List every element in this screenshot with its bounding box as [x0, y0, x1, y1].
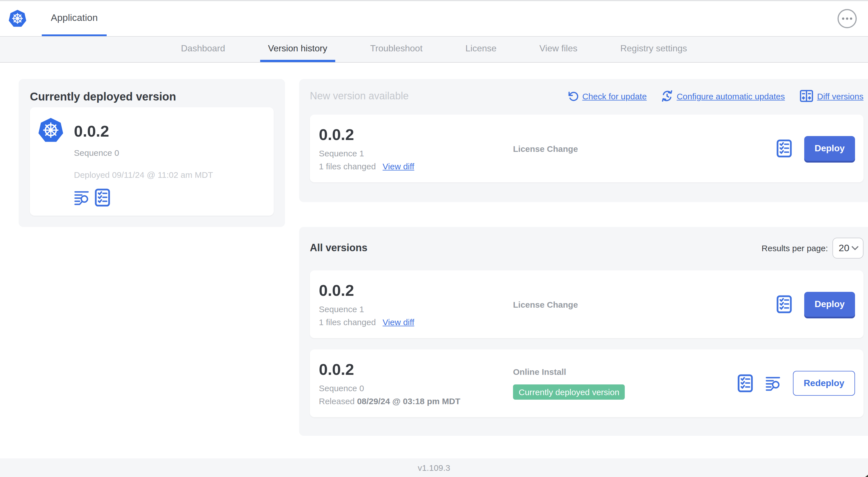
- auto-update-icon: [661, 90, 673, 101]
- results-per-page-select[interactable]: 20: [832, 238, 864, 259]
- page: Application Dashboard Version history Tr…: [0, 0, 868, 477]
- view-logs-icon[interactable]: [74, 190, 89, 205]
- app-tab-label: Application: [51, 12, 98, 23]
- preflight-checks-icon[interactable]: [95, 188, 110, 207]
- deploy-button[interactable]: Deploy: [804, 292, 855, 317]
- kubernetes-logo-icon: [37, 116, 64, 145]
- tab-view-files[interactable]: View files: [532, 37, 586, 62]
- kubernetes-logo-icon: [8, 8, 27, 29]
- preflight-checks-icon[interactable]: [777, 140, 792, 157]
- preflight-checks-icon[interactable]: [738, 374, 753, 392]
- app-header: Application: [0, 1, 868, 36]
- tab-license[interactable]: License: [458, 37, 504, 62]
- files-changed-text: 1 files changed: [319, 317, 376, 327]
- nav-tabs: Dashboard Version history Troubleshoot L…: [0, 36, 868, 63]
- version-number: 0.0.2: [319, 282, 513, 299]
- version-source: License Change: [513, 144, 777, 153]
- deployed-version-number: 0.0.2: [74, 123, 213, 140]
- all-versions-section: All versions Results per page: 20 0.0.2 …: [299, 227, 868, 436]
- console-version: v1.109.3: [417, 463, 450, 473]
- new-version-header: New version available Check for update C…: [299, 79, 868, 102]
- deployed-sequence: Sequence 0: [74, 148, 213, 157]
- view-diff-link[interactable]: View diff: [383, 317, 414, 327]
- new-version-available-section: New version available Check for update C…: [299, 79, 868, 202]
- version-row: 0.0.2 Sequence 1 1 files changed View di…: [310, 270, 864, 338]
- row-actions: Redeploy: [738, 371, 864, 396]
- more-menu-button[interactable]: [838, 9, 857, 28]
- cursor-artifact: [865, 475, 868, 477]
- files-changed-line: 1 files changed View diff: [319, 161, 513, 171]
- version-info: 0.0.2 Sequence 1 1 files changed View di…: [319, 126, 513, 171]
- deployed-actions: [74, 188, 213, 207]
- tab-registry-settings[interactable]: Registry settings: [612, 37, 695, 62]
- new-version-actions: Check for update Configure automatic upd…: [567, 90, 864, 102]
- source-label: License Change: [513, 144, 777, 153]
- app-footer: v1.109.3: [0, 458, 868, 477]
- configure-automatic-updates-link[interactable]: Configure automatic updates: [661, 90, 785, 101]
- currently-deployed-version-card: 0.0.2 Sequence 0 Deployed 09/11/24 @ 11:…: [30, 107, 274, 216]
- app-logo-wrap: [0, 1, 27, 36]
- check-for-update-link[interactable]: Check for update: [567, 91, 647, 101]
- results-per-page: Results per page: 20: [762, 238, 864, 259]
- view-logs-icon[interactable]: [765, 376, 780, 391]
- deployed-timestamp: Deployed 09/11/24 @ 11:02 am MDT: [74, 170, 213, 180]
- files-changed-line: 1 files changed View diff: [319, 317, 513, 327]
- tab-dashboard[interactable]: Dashboard: [173, 37, 233, 62]
- version-source: License Change: [513, 299, 777, 309]
- source-label: Online Install: [513, 367, 738, 377]
- chevron-down-icon: [851, 246, 859, 250]
- row-actions: Deploy: [777, 136, 864, 161]
- version-number: 0.0.2: [319, 361, 513, 378]
- diff-icon: [799, 90, 813, 102]
- currently-deployed-card: Currently deployed version 0.0.2 Sequenc…: [19, 79, 285, 227]
- ellipsis-icon: [842, 18, 844, 20]
- version-sequence: Sequence 0: [319, 383, 513, 393]
- version-sequence: Sequence 1: [319, 304, 513, 314]
- new-version-title: New version available: [310, 90, 409, 102]
- version-sequence: Sequence 1: [319, 148, 513, 158]
- version-number: 0.0.2: [319, 126, 513, 143]
- tab-troubleshoot[interactable]: Troubleshoot: [362, 37, 431, 62]
- released-timestamp: Released 08/29/24 @ 03:18 pm MDT: [319, 396, 513, 406]
- results-per-page-label: Results per page:: [762, 243, 828, 253]
- deploy-button[interactable]: Deploy: [804, 136, 855, 161]
- version-row: 0.0.2 Sequence 0 Released 08/29/24 @ 03:…: [310, 350, 864, 417]
- app-tab[interactable]: Application: [42, 1, 107, 36]
- diff-versions-link[interactable]: Diff versions: [799, 90, 864, 102]
- new-version-row: 0.0.2 Sequence 1 1 files changed View di…: [310, 115, 864, 182]
- source-label: License Change: [513, 299, 777, 309]
- currently-deployed-badge: Currently deployed version: [513, 384, 625, 400]
- refresh-icon: [567, 91, 578, 101]
- deployed-version-info: 0.0.2 Sequence 0 Deployed 09/11/24 @ 11:…: [74, 116, 213, 216]
- row-actions: Deploy: [777, 292, 864, 317]
- version-info: 0.0.2 Sequence 0 Released 08/29/24 @ 03:…: [319, 361, 513, 406]
- version-source: Online Install Currently deployed versio…: [513, 367, 738, 400]
- currently-deployed-title: Currently deployed version: [19, 79, 285, 103]
- all-versions-header: All versions Results per page: 20: [299, 227, 868, 259]
- redeploy-button[interactable]: Redeploy: [793, 371, 855, 396]
- files-changed-text: 1 files changed: [319, 161, 376, 171]
- version-info: 0.0.2 Sequence 1 1 files changed View di…: [319, 282, 513, 327]
- preflight-checks-icon[interactable]: [777, 295, 792, 313]
- view-diff-link[interactable]: View diff: [383, 161, 414, 171]
- all-versions-title: All versions: [310, 242, 367, 254]
- tab-version-history[interactable]: Version history: [260, 37, 335, 62]
- header-right: [838, 1, 868, 36]
